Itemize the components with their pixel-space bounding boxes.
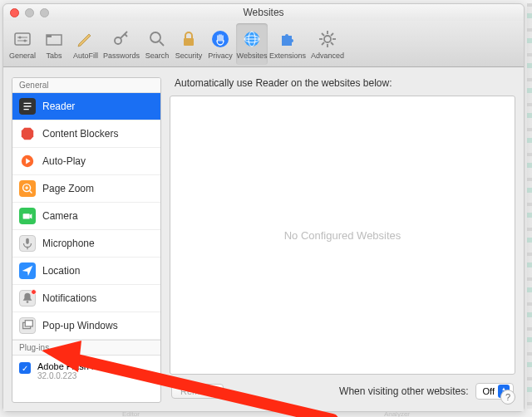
svg-marker-38 <box>30 213 32 218</box>
sidebar-item-microphone[interactable]: Microphone <box>12 230 160 258</box>
svg-line-9 <box>125 34 127 37</box>
tab-general[interactable]: General <box>7 23 38 65</box>
sidebar: General Reader Content Blockers Auto-Pla… <box>12 77 161 403</box>
main-heading: Automatically use Reader on the websites… <box>170 77 515 96</box>
titlebar: Websites <box>3 4 524 21</box>
sidebar-item-location[interactable]: Location <box>12 258 160 285</box>
footer-row: Remove When visiting other websites: Off… <box>170 375 515 403</box>
background-window-edge <box>527 3 532 409</box>
svg-point-10 <box>150 32 160 42</box>
sidebar-item-label: Camera <box>42 210 78 222</box>
sidebar-item-label: Auto-Play <box>42 155 86 167</box>
svg-rect-0 <box>15 33 30 45</box>
sidebar-item-camera[interactable]: Camera <box>12 203 160 230</box>
sidebar-item-label: Pop-up Windows <box>42 320 118 331</box>
tab-advanced[interactable]: Advanced <box>308 23 347 65</box>
svg-point-41 <box>27 301 29 303</box>
svg-rect-37 <box>23 213 30 218</box>
preferences-toolbar: General Tabs AutoFill Passwords Search S… <box>3 21 524 67</box>
plugin-name: Adobe Flash Player <box>37 361 117 371</box>
sidebar-item-content-blockers[interactable]: Content Blockers <box>12 120 160 148</box>
puzzle-icon <box>277 28 298 50</box>
tab-label: Extensions <box>269 52 306 60</box>
svg-marker-30 <box>22 128 33 140</box>
svg-line-26 <box>331 33 333 36</box>
sidebar-item-label: Microphone <box>42 238 95 249</box>
tab-autofill[interactable]: AutoFill <box>70 23 101 65</box>
popup-icon <box>19 317 36 334</box>
select-value: Off <box>483 386 495 396</box>
svg-line-25 <box>322 42 324 45</box>
websites-list[interactable]: No Configured Websites <box>170 96 515 375</box>
tab-label: General <box>9 52 36 60</box>
sidebar-item-label: Reader <box>42 101 75 112</box>
microphone-icon <box>19 235 36 252</box>
svg-line-23 <box>322 33 324 36</box>
stop-icon <box>19 125 36 142</box>
sidebar-item-page-zoom[interactable]: Page Zoom <box>12 175 160 203</box>
location-icon <box>19 262 36 279</box>
sidebar-item-label: Location <box>42 265 80 277</box>
key-icon <box>111 28 132 50</box>
content-area: General Reader Content Blockers Auto-Pla… <box>3 67 524 411</box>
main-panel: Automatically use Reader on the websites… <box>170 77 515 403</box>
sidebar-item-autoplay[interactable]: Auto-Play <box>12 148 160 175</box>
tab-passwords[interactable]: Passwords <box>101 23 141 65</box>
gear-icon <box>317 28 338 50</box>
tab-label: Tabs <box>46 52 62 60</box>
notification-badge <box>31 289 37 295</box>
tab-search[interactable]: Search <box>141 23 173 65</box>
tab-websites[interactable]: Websites <box>236 23 268 65</box>
hand-icon <box>209 28 231 50</box>
preferences-window: Websites General Tabs AutoFill Passwords… <box>2 3 525 412</box>
search-icon <box>146 28 168 50</box>
plugin-checkbox[interactable]: ✓ <box>19 362 31 374</box>
section-header-plugins: Plug-ins <box>12 340 160 356</box>
sidebar-item-popup[interactable]: Pop-up Windows <box>12 312 160 340</box>
slider-icon <box>12 28 33 50</box>
sidebar-item-label: Notifications <box>42 292 96 304</box>
sidebar-item-label: Content Blockers <box>42 128 118 140</box>
sidebar-item-reader[interactable]: Reader <box>12 93 160 120</box>
tab-label: Privacy <box>208 52 233 60</box>
svg-rect-43 <box>25 321 32 326</box>
help-button[interactable]: ? <box>500 390 515 405</box>
pencil-icon <box>75 28 96 50</box>
svg-point-7 <box>115 37 121 44</box>
camera-icon <box>19 208 36 224</box>
tab-label: Security <box>175 52 203 60</box>
plugin-version: 32.0.0.223 <box>37 371 117 380</box>
svg-point-18 <box>324 36 331 42</box>
svg-line-11 <box>160 42 164 46</box>
zoom-icon <box>19 180 36 197</box>
globe-icon <box>241 28 263 50</box>
background-labels: Editor Analyzer <box>0 410 532 417</box>
empty-state: No Configured Websites <box>284 229 401 242</box>
tab-label: Websites <box>237 52 268 60</box>
tab-extensions[interactable]: Extensions <box>268 23 308 65</box>
tab-label: Advanced <box>311 52 344 60</box>
tab-label: Passwords <box>103 52 140 60</box>
plugin-item-flash[interactable]: ✓ Adobe Flash Player 32.0.0.223 <box>12 356 160 386</box>
svg-line-24 <box>331 42 333 45</box>
svg-rect-12 <box>184 38 194 46</box>
tab-tabs[interactable]: Tabs <box>38 23 70 65</box>
tab-label: Search <box>145 52 170 60</box>
remove-button[interactable]: Remove <box>171 384 224 399</box>
svg-line-34 <box>30 191 32 194</box>
svg-rect-39 <box>26 238 29 244</box>
section-header-general: General <box>12 78 160 93</box>
bell-icon <box>19 290 36 307</box>
svg-rect-6 <box>47 35 52 37</box>
tab-security[interactable]: Security <box>173 23 204 65</box>
lock-icon <box>178 28 200 50</box>
window-title: Websites <box>3 7 524 18</box>
tabs-icon <box>43 28 65 50</box>
svg-point-4 <box>24 39 27 42</box>
sidebar-item-notifications[interactable]: Notifications <box>12 285 160 312</box>
tab-label: AutoFill <box>73 52 98 60</box>
sidebar-item-label: Page Zoom <box>42 183 94 194</box>
visiting-label: When visiting other websites: <box>339 385 468 397</box>
tab-privacy[interactable]: Privacy <box>204 23 236 65</box>
svg-point-3 <box>19 36 22 38</box>
